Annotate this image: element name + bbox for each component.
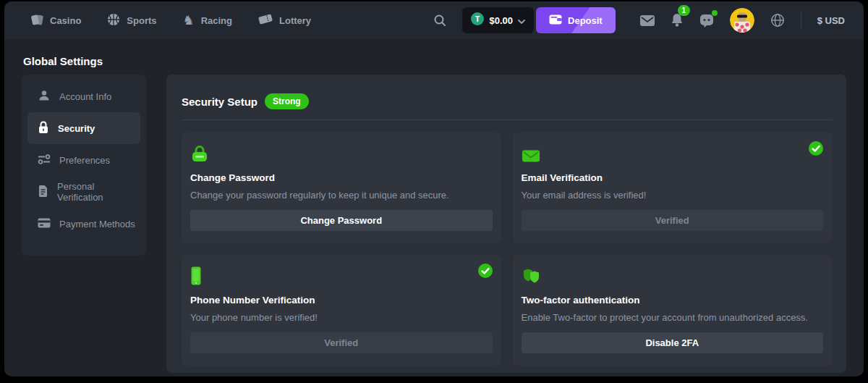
notifications-bell-icon[interactable]: 1 [671, 13, 684, 28]
card-title: Phone Number Verification [190, 295, 493, 306]
card-email-verification: Email Verification Your email address is… [513, 132, 833, 243]
sidebar-item-account-info[interactable]: Account Info [27, 80, 140, 112]
nav-item-lottery[interactable]: Lottery [258, 13, 311, 28]
document-icon [38, 185, 48, 200]
change-password-button[interactable]: Change Password [190, 210, 493, 231]
card-description: Your email address is verified! [522, 190, 824, 201]
ticket-icon [258, 13, 273, 28]
sliders-icon [38, 153, 51, 167]
check-circle-icon [809, 141, 823, 159]
nav-item-casino[interactable]: Casino [30, 13, 81, 28]
chat-icon[interactable] [699, 13, 714, 28]
security-setup-panel: Security Setup Strong Change Password Ch… [166, 75, 846, 373]
envelope-icon [522, 144, 824, 163]
deposit-label: Deposit [568, 15, 603, 26]
balance-amount: $0.00 [489, 15, 513, 26]
smartphone-icon [190, 266, 493, 285]
avatar[interactable] [730, 8, 754, 33]
card-two-factor: Two-factor authentication Enable Two-fac… [513, 255, 833, 366]
shields-icon [522, 266, 824, 285]
card-title: Email Verification [522, 172, 824, 183]
card-title: Two-factor authentication [522, 295, 824, 306]
sidebar-item-label: Preferences [59, 155, 110, 166]
wallet-group: T $0.00 Deposit [462, 7, 615, 33]
balance-selector[interactable]: T $0.00 [462, 7, 534, 33]
topbar-divider [801, 12, 801, 28]
nav-label: Casino [50, 15, 81, 26]
page-title: Global Settings [23, 55, 103, 67]
card-title: Change Password [190, 172, 493, 183]
horse-icon: ♞ [183, 14, 195, 27]
topbar-right-cluster: T $0.00 Deposit [433, 7, 845, 33]
globe-icon[interactable] [770, 13, 785, 28]
search-icon[interactable] [433, 14, 446, 27]
chat-online-dot [712, 10, 718, 16]
nav-item-sports[interactable]: Sports [107, 13, 156, 28]
email-verified-button[interactable]: Verified [522, 210, 824, 231]
security-cards-grid: Change Password Change your password reg… [166, 120, 846, 366]
mail-icon[interactable] [640, 15, 655, 26]
disable-2fa-button[interactable]: Disable 2FA [522, 332, 824, 353]
user-icon [38, 89, 51, 104]
phone-verified-button[interactable]: Verified [190, 332, 493, 353]
basketball-icon [107, 13, 120, 28]
sidebar-item-label: Personal Verification [57, 181, 140, 203]
wallet-icon [549, 14, 562, 27]
nav-label: Lottery [279, 15, 311, 26]
top-navigation-bar: Casino Sports ♞ Racing Lottery [4, 1, 864, 39]
cards-icon [30, 13, 43, 28]
notification-count-badge: 1 [678, 5, 690, 16]
settings-sidebar: Account Info Security Preferences Person… [22, 75, 146, 256]
deposit-button[interactable]: Deposit [536, 7, 616, 33]
check-circle-icon [478, 264, 493, 281]
padlock-icon [190, 144, 493, 163]
sidebar-item-security[interactable]: Security [27, 112, 140, 144]
card-phone-verification: Phone Number Verification Your phone num… [182, 255, 501, 366]
sidebar-item-payment-methods[interactable]: Payment Methods [27, 208, 140, 240]
card-description: Your phone number is verified! [190, 312, 493, 323]
nav-item-racing[interactable]: ♞ Racing [183, 14, 232, 27]
sidebar-item-label: Payment Methods [59, 219, 135, 230]
currency-selector[interactable]: $ USD [817, 15, 845, 26]
panel-header: Security Setup Strong [182, 93, 832, 109]
primary-nav: Casino Sports ♞ Racing Lottery [30, 13, 311, 28]
sidebar-item-label: Account Info [59, 91, 111, 102]
credit-card-icon [38, 218, 51, 230]
panel-title: Security Setup [182, 96, 258, 108]
security-strength-badge: Strong [265, 93, 309, 109]
card-change-password: Change Password Change your password reg… [182, 132, 501, 243]
svg-text:T: T [475, 14, 480, 23]
chevron-down-icon [518, 14, 525, 27]
nav-label: Racing [201, 15, 232, 26]
card-description: Enable Two-factor to protect your accoun… [522, 312, 824, 323]
card-description: Change your password regularly to keep i… [190, 190, 493, 201]
sidebar-item-personal-verification[interactable]: Personal Verification [27, 176, 140, 208]
tether-icon: T [471, 12, 484, 28]
sidebar-item-preferences[interactable]: Preferences [27, 144, 140, 176]
app-window: Casino Sports ♞ Racing Lottery [4, 1, 864, 376]
sidebar-item-label: Security [58, 123, 95, 134]
lock-icon [38, 121, 49, 136]
nav-label: Sports [127, 15, 156, 26]
